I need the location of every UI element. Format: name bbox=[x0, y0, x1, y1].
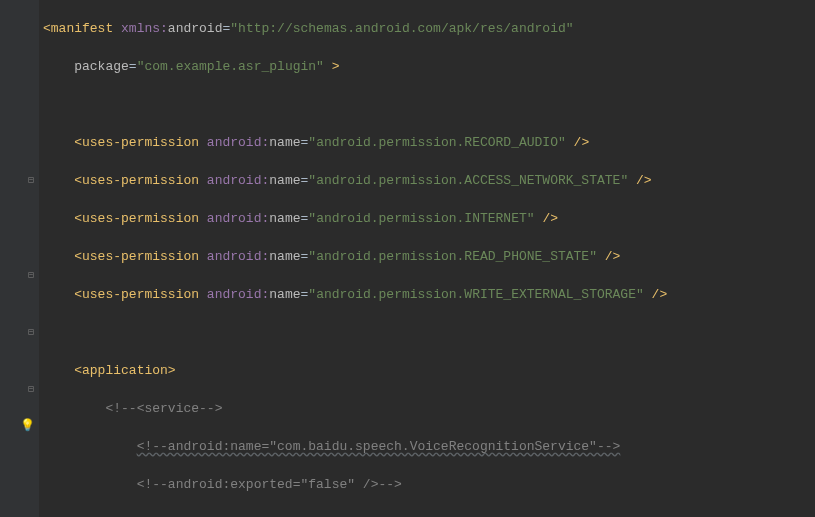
code-area[interactable]: <manifest xmlns:android="http://schemas.… bbox=[39, 0, 667, 517]
code-line: <!--android:name="com.baidu.speech.Voice… bbox=[43, 437, 667, 456]
intention-bulb-icon[interactable]: 💡 bbox=[20, 417, 35, 436]
code-line: <uses-permission android:name="android.p… bbox=[43, 247, 667, 266]
code-line: <uses-permission android:name="android.p… bbox=[43, 171, 667, 190]
fold-marker-icon[interactable]: ⊟ bbox=[28, 171, 34, 190]
code-line: <application> bbox=[43, 361, 667, 380]
code-line: <uses-permission android:name="android.p… bbox=[43, 133, 667, 152]
code-editor[interactable]: ⊟ ⊟ ⊟ ⊟ 💡 <manifest xmlns:android="http:… bbox=[0, 0, 815, 517]
code-line: <uses-permission android:name="android.p… bbox=[43, 285, 667, 304]
code-line bbox=[43, 513, 667, 517]
code-line bbox=[43, 95, 667, 114]
code-line bbox=[43, 323, 667, 342]
fold-marker-icon[interactable]: ⊟ bbox=[28, 323, 34, 342]
fold-marker-icon[interactable]: ⊟ bbox=[28, 380, 34, 399]
code-line: <uses-permission android:name="android.p… bbox=[43, 209, 667, 228]
code-line: <!--<service--> bbox=[43, 399, 667, 418]
editor-gutter: ⊟ ⊟ ⊟ ⊟ 💡 bbox=[0, 0, 39, 517]
fold-marker-icon[interactable]: ⊟ bbox=[28, 266, 34, 285]
code-line: <!--android:exported="false" />--> bbox=[43, 475, 667, 494]
code-line: <manifest xmlns:android="http://schemas.… bbox=[43, 19, 667, 38]
code-line: package="com.example.asr_plugin" > bbox=[43, 57, 667, 76]
